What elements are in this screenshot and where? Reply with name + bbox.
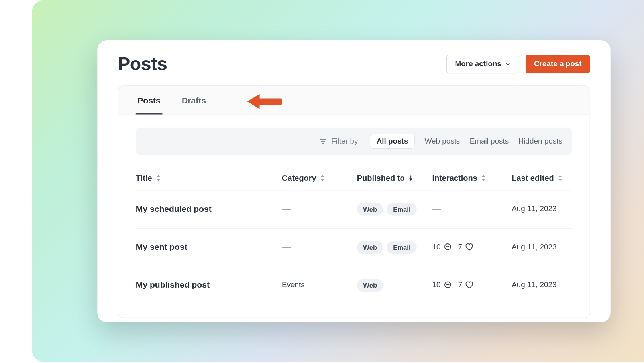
- comment-icon: [443, 281, 452, 290]
- filter-option-all[interactable]: All posts: [370, 134, 415, 149]
- badge-web: Web: [357, 241, 383, 253]
- cell-interactions: —: [432, 204, 512, 214]
- cell-interactions: 10 7: [432, 281, 512, 290]
- col-last-edited[interactable]: Last edited: [512, 174, 596, 183]
- likes-value: 7: [458, 281, 463, 290]
- col-interactions[interactable]: Interactions: [432, 174, 512, 183]
- svg-point-11: [448, 284, 449, 285]
- col-interactions-label: Interactions: [432, 174, 477, 183]
- page-title: Posts: [118, 53, 167, 75]
- arrow-annotation-icon: [246, 92, 282, 110]
- sort-icon: [320, 175, 325, 181]
- comments-value: 10: [432, 281, 440, 290]
- cell-last-edited: Aug 11, 2023: [512, 281, 596, 290]
- panel-header: Posts More actions Create a post: [97, 53, 610, 85]
- filter-option-email[interactable]: Email posts: [470, 136, 509, 145]
- col-published[interactable]: Published to: [357, 174, 432, 183]
- cell-category: Events: [282, 281, 357, 290]
- cell-last-edited: Aug 11, 2023: [512, 205, 596, 213]
- content-box: Posts Drafts Filter by: All posts: [118, 85, 590, 318]
- likes-count: 7: [458, 243, 474, 251]
- filter-label-text: Filter by:: [331, 136, 360, 145]
- comment-icon: [443, 243, 452, 251]
- tab-label: Drafts: [182, 95, 206, 105]
- filter-label: Filter by:: [319, 136, 360, 145]
- col-title-label: Title: [136, 174, 152, 183]
- badge-web: Web: [357, 203, 383, 215]
- col-category[interactable]: Category: [282, 174, 357, 183]
- svg-point-10: [448, 284, 448, 285]
- tabs-bar: Posts Drafts: [118, 86, 589, 115]
- cell-title: My published post: [136, 280, 282, 290]
- tab-posts[interactable]: Posts: [136, 86, 162, 114]
- sort-desc-icon: [408, 175, 414, 181]
- col-published-label: Published to: [357, 174, 405, 183]
- cell-category: —: [282, 204, 357, 214]
- tab-drafts[interactable]: Drafts: [180, 86, 208, 114]
- badge-email: Email: [387, 241, 417, 253]
- tab-label: Posts: [137, 95, 160, 105]
- filter-bar: Filter by: All posts Web posts Email pos…: [136, 127, 572, 155]
- cell-title: My sent post: [136, 242, 282, 252]
- comments-value: 10: [432, 243, 440, 251]
- header-actions: More actions Create a post: [446, 55, 590, 73]
- cell-published: Web Email: [357, 241, 432, 253]
- comments-count: 10: [432, 281, 452, 290]
- sort-icon: [481, 175, 486, 181]
- svg-point-6: [448, 247, 448, 247]
- comments-count: 10: [432, 243, 452, 251]
- badge-web: Web: [357, 279, 383, 292]
- stage: Posts More actions Create a post Posts D…: [32, 0, 644, 362]
- heart-icon: [465, 243, 474, 251]
- cell-title: My scheduled post: [136, 204, 282, 214]
- svg-point-5: [446, 247, 447, 247]
- svg-point-9: [446, 284, 447, 285]
- cell-category: —: [282, 242, 357, 253]
- col-title[interactable]: Title: [136, 174, 282, 183]
- col-last-edited-label: Last edited: [512, 174, 554, 183]
- svg-point-7: [448, 247, 449, 247]
- panel-card: Posts More actions Create a post Posts D…: [97, 40, 610, 322]
- posts-table: Title Category Published to Interactions: [118, 155, 589, 317]
- filter-option-web[interactable]: Web posts: [424, 136, 460, 145]
- more-actions-label: More actions: [455, 59, 501, 68]
- col-category-label: Category: [282, 174, 316, 183]
- create-post-label: Create a post: [534, 59, 582, 68]
- filter-option-hidden[interactable]: Hidden posts: [518, 136, 562, 145]
- filter-icon: [319, 137, 327, 145]
- create-post-button[interactable]: Create a post: [526, 55, 590, 73]
- cell-last-edited: Aug 11, 2023: [512, 243, 596, 251]
- heart-icon: [465, 281, 474, 290]
- table-row[interactable]: My published post Events Web 10 7: [136, 266, 572, 304]
- chevron-down-icon: [505, 61, 511, 67]
- likes-value: 7: [458, 243, 463, 251]
- sort-icon: [558, 175, 563, 181]
- cell-interactions: 10 7: [432, 243, 512, 251]
- table-row[interactable]: My scheduled post — Web Email — Aug 11, …: [136, 190, 572, 228]
- likes-count: 7: [458, 281, 474, 290]
- cell-published: Web Email: [357, 203, 432, 215]
- more-actions-button[interactable]: More actions: [446, 55, 519, 73]
- table-row[interactable]: My sent post — Web Email 10 7: [136, 228, 572, 266]
- table-header-row: Title Category Published to Interactions: [136, 166, 572, 190]
- sort-icon: [155, 175, 161, 181]
- badge-email: Email: [387, 203, 417, 215]
- cell-published: Web: [357, 279, 432, 292]
